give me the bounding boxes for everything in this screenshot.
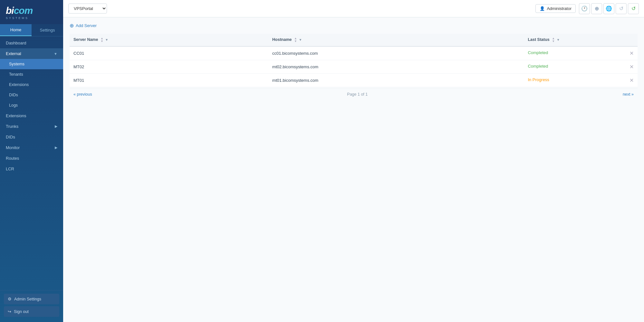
hostname-sort-icons: ▲▼ <box>294 37 297 43</box>
pagination: « previous Page 1 of 1 next » <box>70 89 638 100</box>
status-filter-icon: ▼ <box>557 38 560 42</box>
logo-com: com <box>14 5 33 16</box>
sidebar: bicom SYSTEMS Home Settings Dashboard Ex… <box>0 0 63 322</box>
globe-icon-button[interactable]: 🌐 <box>603 3 614 14</box>
gear-icon: ⚙ <box>8 297 12 301</box>
external-arrow-icon: ▼ <box>54 52 57 56</box>
sidebar-item-external[interactable]: External ▼ <box>0 48 63 59</box>
main-area: VPSPortal 👤 Administrator 🕐 ⊕ 🌐 ↺ ↺ <box>63 0 644 322</box>
cell-hostname: mt02.bicomsystems.com <box>268 60 524 74</box>
sidebar-item-lcr[interactable]: LCR <box>0 164 63 174</box>
sidebar-item-routes[interactable]: Routes <box>0 153 63 164</box>
sidebar-item-logs[interactable]: Logs <box>0 100 63 110</box>
col-header-hostname[interactable]: Hostname ▲▼ ▼ <box>268 34 524 46</box>
globe-icon: 🌐 <box>606 5 612 12</box>
table-row: MT01 mt01.bicomsystems.com In Progress ✕ <box>70 74 638 87</box>
sidebar-item-extensions-sub[interactable]: Extensions <box>0 80 63 90</box>
cell-status: In Progress ✕ <box>524 74 638 87</box>
cell-server-name: MT01 <box>70 74 268 87</box>
cell-server-name: CC01 <box>70 46 268 60</box>
server-name-filter-icon: ▼ <box>105 38 108 42</box>
logo-area: bicom SYSTEMS <box>0 0 63 24</box>
refresh-green-icon: ↺ <box>631 5 636 12</box>
servers-table: Server Name ▲▼ ▼ Hostname ▲▼ ▼ Last Stat… <box>70 34 638 87</box>
col-header-last-status[interactable]: Last Status ▲▼ ▼ <box>524 34 638 46</box>
logo-bicom: bi <box>6 5 14 16</box>
trunks-arrow-icon: ▶ <box>55 124 57 128</box>
topbar-icons: 🕐 ⊕ 🌐 ↺ ↺ <box>579 3 639 14</box>
refresh-green-icon-button[interactable]: ↺ <box>628 3 639 14</box>
admin-settings-button[interactable]: ⚙ Admin Settings <box>4 294 59 304</box>
refresh-icon: ↺ <box>619 5 623 12</box>
table-row: MT02 mt02.bicomsystems.com Completed ✕ <box>70 60 638 74</box>
user-icon: 👤 <box>540 6 545 11</box>
network-icon-button[interactable]: ⊕ <box>591 3 602 14</box>
remove-row-button[interactable]: ✕ <box>630 77 634 83</box>
page-info: Page 1 of 1 <box>347 92 368 97</box>
status-badge: In Progress <box>528 77 549 82</box>
user-label: Administrator <box>547 6 572 11</box>
cell-hostname: mt01.bicomsystems.com <box>268 74 524 87</box>
sidebar-item-trunks[interactable]: Trunks ▶ <box>0 121 63 132</box>
remove-row-button[interactable]: ✕ <box>630 64 634 70</box>
next-link[interactable]: next » <box>623 92 634 97</box>
col-header-server-name[interactable]: Server Name ▲▼ ▼ <box>70 34 268 46</box>
status-badge: Completed <box>528 64 548 69</box>
logo-systems: SYSTEMS <box>6 16 57 20</box>
previous-link[interactable]: « previous <box>73 92 92 97</box>
content-area: ⊕ Add Server Server Name ▲▼ ▼ Hostname ▲… <box>63 17 644 322</box>
cell-status: Completed ✕ <box>524 60 638 74</box>
tab-settings[interactable]: Settings <box>32 24 63 36</box>
server-name-sort-icons: ▲▼ <box>101 37 103 43</box>
table-row: CC01 cc01.bicomsystems.com Completed ✕ <box>70 46 638 60</box>
sidebar-nav: Dashboard External ▼ Systems Tenants Ext… <box>0 36 63 290</box>
refresh-icon-button[interactable]: ↺ <box>616 3 627 14</box>
cell-hostname: cc01.bicomsystems.com <box>268 46 524 60</box>
status-badge: Completed <box>528 50 548 55</box>
sidebar-item-monitor[interactable]: Monitor ▶ <box>0 142 63 153</box>
plus-circle-icon: ⊕ <box>70 23 74 29</box>
clock-icon-button[interactable]: 🕐 <box>579 3 590 14</box>
sidebar-item-systems[interactable]: Systems <box>0 59 63 69</box>
sidebar-bottom: ⚙ Admin Settings ↪ Sign out <box>0 290 63 322</box>
cell-server-name: MT02 <box>70 60 268 74</box>
globe-network-icon: ⊕ <box>595 5 599 12</box>
tab-home[interactable]: Home <box>0 24 32 36</box>
clock-icon: 🕐 <box>581 5 588 12</box>
remove-row-button[interactable]: ✕ <box>630 50 634 56</box>
cell-status: Completed ✕ <box>524 46 638 60</box>
signout-icon: ↪ <box>8 309 11 314</box>
sidebar-item-dashboard[interactable]: Dashboard <box>0 38 63 48</box>
user-menu[interactable]: 👤 Administrator <box>535 4 576 13</box>
add-server-button[interactable]: ⊕ Add Server <box>70 23 97 29</box>
status-sort-icons: ▲▼ <box>552 37 555 43</box>
sign-out-button[interactable]: ↪ Sign out <box>4 306 59 317</box>
sidebar-item-tenants[interactable]: Tenants <box>0 69 63 80</box>
sidebar-tabs: Home Settings <box>0 24 63 36</box>
sidebar-item-dids-sub[interactable]: DIDs <box>0 90 63 100</box>
portal-select[interactable]: VPSPortal <box>68 4 107 14</box>
sidebar-item-extensions[interactable]: Extensions <box>0 110 63 121</box>
monitor-arrow-icon: ▶ <box>55 146 57 150</box>
hostname-filter-icon: ▼ <box>299 38 302 42</box>
topbar: VPSPortal 👤 Administrator 🕐 ⊕ 🌐 ↺ ↺ <box>63 0 644 17</box>
sidebar-item-dids[interactable]: DIDs <box>0 132 63 142</box>
table-header-row: Server Name ▲▼ ▼ Hostname ▲▼ ▼ Last Stat… <box>70 34 638 46</box>
